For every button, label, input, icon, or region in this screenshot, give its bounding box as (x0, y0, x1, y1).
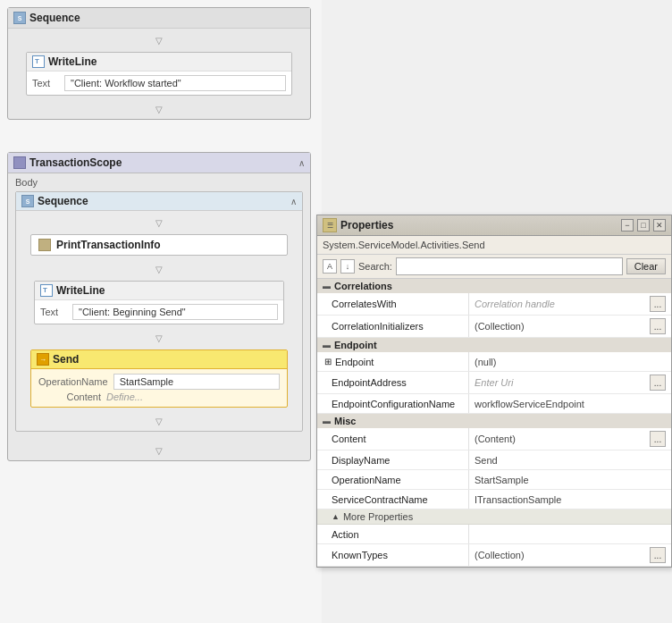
pin-button[interactable]: − (621, 219, 634, 232)
writeline-icon-2 (40, 284, 53, 297)
prop-endpointaddress-btn[interactable]: ... (650, 375, 666, 391)
prop-endpointaddress-text: Enter Uri (475, 377, 513, 388)
writeline-body-1: Text "Client: Workflow started" (27, 72, 291, 95)
prop-endpoint-text: (null) (475, 357, 496, 367)
prop-content-btn[interactable]: ... (650, 431, 666, 447)
inner-seq-title: Sequence (38, 195, 88, 207)
prop-correlationinitializers-text: (Collection) (475, 321, 525, 332)
prop-value-content: (Content) ... (469, 428, 671, 450)
arrow-6 (16, 409, 302, 431)
prop-name-action: Action (317, 525, 469, 543)
prop-name-knowntypes: KnownTypes (317, 544, 469, 566)
prop-row-content[interactable]: Content (Content) ... (317, 428, 671, 450)
writeline-text-label-2: Text (40, 307, 67, 317)
print-icon (38, 239, 51, 251)
search-input[interactable] (396, 257, 623, 275)
sort-category-button[interactable]: ↓ (340, 259, 355, 274)
writeline-title-1: WriteLine (48, 55, 97, 68)
workflow-canvas: S Sequence WriteLine Text "Client: Workf… (0, 0, 322, 623)
prop-servicecontractname-text: ITransactionSample (475, 494, 561, 505)
writeline-title-2: WriteLine (56, 284, 105, 297)
writeline-header-1: WriteLine (27, 53, 291, 72)
props-toolbar: A ↓ Search: Clear (317, 255, 671, 279)
prop-name-correlateswith: CorrelatesWith (317, 293, 469, 315)
section-correlations-label: Correlations (334, 281, 392, 291)
writeline-body-2: Text "Client: Beginning Send" (35, 300, 283, 324)
prop-value-action (469, 525, 671, 543)
prop-name-displayname: DisplayName (317, 450, 469, 469)
inner-sequence: S Sequence ∧ PrintTransactionInfo WriteL… (15, 191, 303, 432)
prop-knowntypes-btn[interactable]: ... (650, 547, 666, 563)
inner-seq-header: S Sequence ∧ (16, 192, 302, 211)
endpoint-expand-icon[interactable]: ⊞ (324, 357, 332, 366)
prop-operationname-text: StartSample (475, 475, 529, 485)
transaction-scope: TransactionScope ∧ Body S Sequence ∧ Pri… (7, 152, 311, 461)
more-properties[interactable]: ▲ More Properties (317, 509, 671, 525)
send-content-label: Content (38, 391, 101, 402)
properties-panel: ☰ Properties − □ ✕ System.ServiceModel.A… (316, 215, 672, 568)
props-grid-wrapper: ▬ Correlations CorrelatesWith Correlatio… (317, 279, 671, 567)
writeline-box-1: WriteLine Text "Client: Workflow started… (26, 52, 292, 96)
restore-button[interactable]: □ (637, 219, 650, 232)
prop-value-endpointconfigname: workflowServiceEndpoint (469, 394, 671, 413)
prop-correlateswith-btn[interactable]: ... (650, 296, 666, 312)
prop-content-text: (Content) (475, 434, 516, 444)
prop-name-correlationinitializers: CorrelationInitializers (317, 316, 469, 337)
props-icon: ☰ (323, 218, 337, 232)
prop-value-knowntypes: (Collection) ... (469, 544, 671, 566)
sort-alpha-button[interactable]: A (323, 259, 337, 274)
prop-row-endpointaddress[interactable]: EndpointAddress Enter Uri ... (317, 372, 671, 394)
prop-row-endpointconfigname[interactable]: EndpointConfigurationName workflowServic… (317, 394, 671, 414)
prop-endpointconfigname-text: workflowServiceEndpoint (475, 399, 584, 409)
section-misc-label: Misc (334, 416, 356, 426)
section-correlations-expand-icon: ▬ (323, 282, 331, 290)
prop-value-endpointaddress: Enter Uri ... (469, 372, 671, 393)
transaction-collapse[interactable]: ∧ (298, 158, 305, 168)
close-button[interactable]: ✕ (653, 219, 666, 232)
arrow-7 (8, 439, 310, 460)
inner-seq-collapse[interactable]: ∧ (290, 197, 297, 206)
transaction-icon (13, 156, 26, 169)
clear-button[interactable]: Clear (626, 258, 666, 274)
prop-row-displayname[interactable]: DisplayName Send (317, 450, 671, 470)
sequence-outer-title: Sequence (29, 12, 80, 24)
writeline-icon-1 (32, 55, 45, 68)
transaction-header: TransactionScope ∧ (8, 153, 310, 173)
prop-displayname-text: Send (475, 455, 498, 466)
print-title: PrintTransactionInfo (56, 239, 161, 251)
send-op-label: OperationName (38, 376, 108, 387)
section-endpoint-expand-icon: ▬ (323, 341, 331, 349)
sequence-outer-icon: S (13, 12, 26, 24)
prop-row-knowntypes[interactable]: KnownTypes (Collection) ... (317, 544, 671, 567)
sequence-outer-header: S Sequence (8, 8, 310, 29)
prop-row-endpoint[interactable]: ⊞Endpoint (null) (317, 352, 671, 372)
send-content-value: Define... (106, 391, 143, 402)
writeline-text-value-1: "Client: Workflow started" (64, 75, 286, 91)
arrow-4 (16, 257, 302, 279)
sequence-outer: S Sequence WriteLine Text "Client: Workf… (7, 7, 311, 120)
arrow-1 (8, 29, 310, 50)
prop-row-servicecontractname[interactable]: ServiceContractName ITransactionSample (317, 490, 671, 509)
section-endpoint: ▬ Endpoint (317, 338, 671, 352)
prop-name-operationname: OperationName (317, 470, 469, 489)
prop-correlationinitializers-btn[interactable]: ... (650, 318, 666, 334)
prop-value-servicecontractname: ITransactionSample (469, 490, 671, 509)
prop-value-operationname: StartSample (469, 470, 671, 489)
writeline-box-2: WriteLine Text "Client: Beginning Send" (34, 281, 284, 324)
prop-value-correlateswith: Correlation handle ... (469, 293, 671, 315)
inner-seq-icon: S (21, 195, 34, 207)
arrow-2 (8, 97, 310, 119)
send-row-2: Content Define... (38, 391, 280, 403)
writeline-text-value-2: "Client: Beginning Send" (72, 304, 278, 320)
prop-row-correlateswith[interactable]: CorrelatesWith Correlation handle ... (317, 293, 671, 316)
print-box: PrintTransactionInfo (30, 234, 288, 256)
prop-value-displayname: Send (469, 450, 671, 469)
prop-row-correlationinitializers[interactable]: CorrelationInitializers (Collection) ... (317, 316, 671, 338)
prop-row-action[interactable]: Action (317, 525, 671, 544)
send-title: Send (53, 353, 79, 366)
transaction-title: TransactionScope (29, 156, 122, 169)
send-icon: → (37, 353, 49, 366)
prop-row-operationname[interactable]: OperationName StartSample (317, 470, 671, 490)
send-header: → Send (31, 350, 287, 369)
send-row-1: OperationName StartSample (38, 373, 280, 391)
